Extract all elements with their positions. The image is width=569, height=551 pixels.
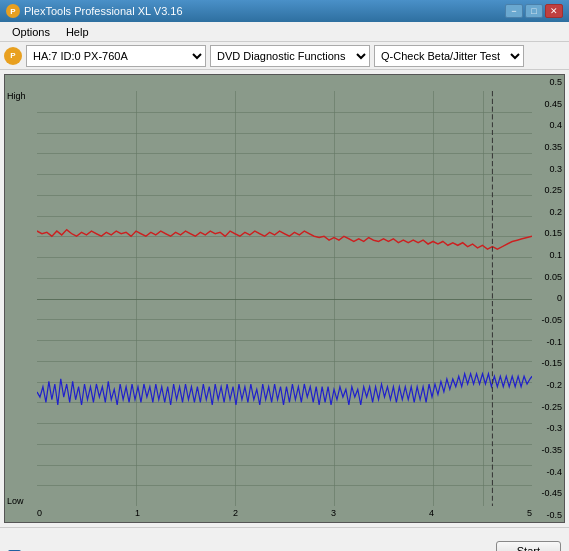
menu-help[interactable]: Help (58, 24, 97, 40)
title-bar-left: P PlexTools Professional XL V3.16 (6, 4, 183, 18)
menu-bar: Options Help (0, 22, 569, 42)
main-content: High Low 0.5 0.45 0.4 0.35 0.3 0.25 0.2 … (0, 70, 569, 527)
drive-select[interactable]: HA:7 ID:0 PX-760A (26, 45, 206, 67)
close-button[interactable]: ✕ (545, 4, 563, 18)
bottom-right: Start Preferences i (450, 541, 561, 551)
chart-svg (37, 91, 532, 506)
app-icon: P (6, 4, 20, 18)
toolbar: P HA:7 ID:0 PX-760A DVD Diagnostic Funct… (0, 42, 569, 70)
chart-y-axis-right: 0.5 0.45 0.4 0.35 0.3 0.25 0.2 0.15 0.1 … (532, 75, 564, 522)
maximize-button[interactable]: □ (525, 4, 543, 18)
test-select[interactable]: Q-Check Beta/Jitter Test (374, 45, 524, 67)
menu-options[interactable]: Options (4, 24, 58, 40)
drive-icon: P (4, 47, 22, 65)
chart-container: High Low 0.5 0.45 0.4 0.35 0.3 0.25 0.2 … (4, 74, 565, 523)
title-bar: P PlexTools Professional XL V3.16 − □ ✕ (0, 0, 569, 22)
chart-x-axis: 0 1 2 3 4 5 (37, 506, 532, 522)
bottom-bar: Show Beta Show Jitter LSN: 2297856 Start… (0, 527, 569, 551)
title-bar-buttons: − □ ✕ (505, 4, 563, 18)
start-button[interactable]: Start (496, 541, 561, 551)
chart-plot-area (37, 91, 532, 506)
minimize-button[interactable]: − (505, 4, 523, 18)
function-select[interactable]: DVD Diagnostic Functions (210, 45, 370, 67)
chart-label-low: Low (7, 496, 24, 506)
chart-label-high: High (7, 91, 26, 101)
window-title: PlexTools Professional XL V3.16 (24, 5, 183, 17)
